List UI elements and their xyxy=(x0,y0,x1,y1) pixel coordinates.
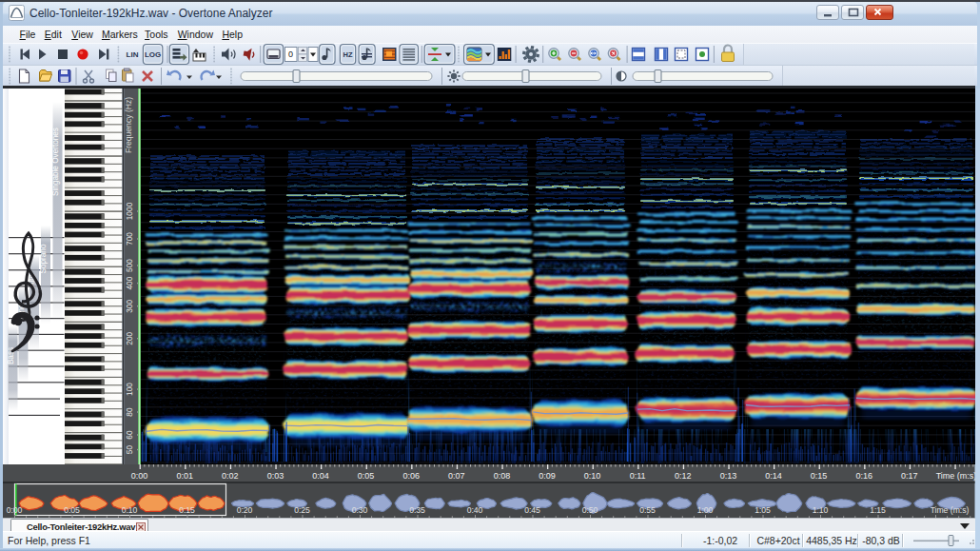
svg-text:0:08: 0:08 xyxy=(494,471,511,481)
svg-text:0:00: 0:00 xyxy=(7,505,23,515)
svg-text:1000: 1000 xyxy=(125,202,134,220)
svg-text:0:25: 0:25 xyxy=(294,505,310,515)
svg-text:0:16: 0:16 xyxy=(855,471,872,481)
svg-text:0:05: 0:05 xyxy=(358,471,375,481)
svg-text:0:06: 0:06 xyxy=(402,471,420,481)
svg-text:0:04: 0:04 xyxy=(312,471,329,481)
svg-text:0:00: 0:00 xyxy=(131,471,148,481)
svg-text:200: 200 xyxy=(125,331,134,344)
svg-text:Soprano: Soprano xyxy=(39,244,48,273)
svg-text:0:15: 0:15 xyxy=(811,471,828,481)
svg-text:0:10: 0:10 xyxy=(584,471,601,481)
svg-text:LIN: LIN xyxy=(127,50,139,59)
svg-text:0:03: 0:03 xyxy=(267,471,284,481)
svg-text:0:40: 0:40 xyxy=(467,505,483,515)
svg-text:1:05: 1:05 xyxy=(755,505,771,515)
svg-text:80: 80 xyxy=(125,407,134,417)
svg-text:0:17: 0:17 xyxy=(901,471,918,481)
svg-text:1:00: 1:00 xyxy=(697,505,714,515)
svg-text:0:15: 0:15 xyxy=(179,505,195,515)
svg-text:0:45: 0:45 xyxy=(524,505,540,515)
svg-text:0:07: 0:07 xyxy=(448,471,465,481)
svg-text:100: 100 xyxy=(125,383,134,396)
svg-text:Time (m:s): Time (m:s) xyxy=(931,505,970,515)
svg-text:0:09: 0:09 xyxy=(539,471,556,481)
svg-text:Time (m:s): Time (m:s) xyxy=(936,471,975,481)
svg-text:60: 60 xyxy=(125,430,134,440)
svg-text:0:14: 0:14 xyxy=(765,471,782,481)
svg-text:0:30: 0:30 xyxy=(352,505,368,515)
svg-text:50: 50 xyxy=(125,445,134,455)
svg-text:0:20: 0:20 xyxy=(237,505,253,515)
svg-text:HZ: HZ xyxy=(343,50,353,59)
svg-text:0: 0 xyxy=(288,49,293,59)
svg-text:0:55: 0:55 xyxy=(639,505,656,515)
svg-text:400: 400 xyxy=(125,276,134,289)
svg-text:Singable Overtones: Singable Overtones xyxy=(51,128,60,196)
svg-text:LOG: LOG xyxy=(145,50,161,59)
svg-text:300: 300 xyxy=(125,299,134,312)
svg-text:1:10: 1:10 xyxy=(813,505,829,515)
svg-text:0:50: 0:50 xyxy=(582,505,598,515)
svg-text:700: 700 xyxy=(125,232,134,246)
svg-text:0:35: 0:35 xyxy=(409,505,425,515)
svg-text:0:11: 0:11 xyxy=(630,471,646,481)
svg-text:0:01: 0:01 xyxy=(176,471,193,481)
svg-text:0:05: 0:05 xyxy=(64,505,80,515)
svg-text:0:02: 0:02 xyxy=(222,471,239,481)
svg-text:1:15: 1:15 xyxy=(870,505,886,515)
svg-text:Frequency (Hz): Frequency (Hz) xyxy=(124,97,133,153)
svg-text:0:10: 0:10 xyxy=(122,505,138,515)
svg-text:0:13: 0:13 xyxy=(720,471,737,481)
svg-text:0:12: 0:12 xyxy=(675,471,692,481)
svg-text:500: 500 xyxy=(125,259,134,272)
